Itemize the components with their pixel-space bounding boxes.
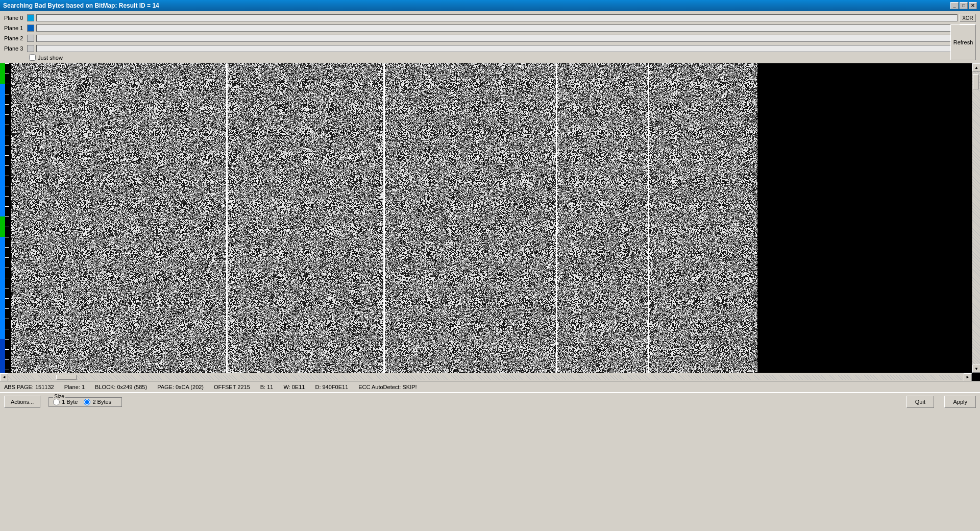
maximize-button[interactable]: □ — [960, 2, 968, 9]
plane-2-bar — [36, 35, 958, 42]
bitmap-canvas — [11, 63, 757, 373]
size-2-bytes-option[interactable]: 2 Bytes — [84, 399, 111, 405]
just-show-label: Just show — [38, 55, 63, 61]
close-button[interactable]: ✕ — [969, 2, 977, 9]
plane-0-bar — [36, 14, 958, 21]
h-scrollbar: ◄ ► — [0, 373, 972, 381]
offset-status: OFFSET 2215 — [214, 384, 250, 390]
quit-button[interactable]: Quit — [906, 396, 934, 408]
left-color-canvas — [0, 63, 11, 381]
plane-3-color — [27, 45, 34, 52]
scroll-left-button[interactable]: ◄ — [0, 373, 8, 381]
d-status: D: 940F0E11 — [315, 384, 348, 390]
plane-3-label: Plane 3 — [4, 45, 27, 52]
size-group: Size 1 Byte 2 Bytes — [48, 397, 122, 407]
size-1-label: 1 Byte — [62, 399, 78, 405]
size-2-radio[interactable] — [84, 399, 90, 405]
refresh-button[interactable]: Refresh — [950, 25, 976, 60]
toolbar: Plane 0 XOR Plane 1 XOR Plane 2 XOR — [0, 11, 980, 63]
ecc-status: ECC AutoDetect: SKIP! — [358, 384, 416, 390]
plane-0-row: Plane 0 XOR — [4, 13, 976, 22]
b-status: B: 11 — [260, 384, 274, 390]
plane-1-bar — [36, 25, 958, 32]
block-status: BLOCK: 0x249 (585) — [95, 384, 147, 390]
abs-page-status: ABS PAGE: 151132 — [4, 384, 54, 390]
v-scrollbar: ▲ ▼ — [972, 63, 980, 373]
title-bar: Searching Bad Bytes based on BitMap: Res… — [0, 0, 980, 11]
size-1-radio[interactable] — [53, 399, 60, 405]
h-scroll-thumb[interactable] — [56, 375, 77, 380]
size-1-byte-option[interactable]: 1 Byte — [53, 399, 78, 405]
size-group-label: Size — [53, 394, 65, 399]
plane-1-row: Plane 1 XOR — [4, 23, 976, 33]
plane-status: Plane: 1 — [64, 384, 85, 390]
plane-1-color — [27, 25, 34, 32]
main-area: ▲ ▼ ◄ ► — [0, 63, 980, 381]
plane-2-row: Plane 2 XOR — [4, 34, 976, 43]
h-scroll-track[interactable] — [8, 375, 964, 380]
v-scroll-thumb[interactable] — [973, 74, 979, 89]
plane-0-label: Plane 0 — [4, 15, 27, 21]
bottom-bar: Actions... Size 1 Byte 2 Bytes Quit Appl… — [0, 392, 980, 411]
plane-3-bar — [36, 45, 958, 52]
plane-1-label: Plane 1 — [4, 25, 27, 31]
plane-0-xor-button[interactable]: XOR — [960, 14, 976, 22]
scroll-up-button[interactable]: ▲ — [972, 63, 980, 71]
actions-button[interactable]: Actions... — [4, 396, 40, 408]
plane-2-label: Plane 2 — [4, 35, 27, 41]
minimize-button[interactable]: _ — [950, 2, 959, 9]
size-2-label: 2 Bytes — [92, 399, 111, 405]
scroll-down-button[interactable]: ▼ — [972, 365, 980, 373]
just-show-checkbox[interactable] — [29, 54, 36, 61]
w-status: W: 0E11 — [283, 384, 305, 390]
status-bar: ABS PAGE: 151132 Plane: 1 BLOCK: 0x249 (… — [0, 381, 980, 392]
apply-button[interactable]: Apply — [944, 396, 976, 408]
plane-2-color — [27, 35, 34, 42]
just-show-row: Just show — [29, 54, 976, 61]
title-text: Searching Bad Bytes based on BitMap: Res… — [3, 2, 159, 9]
plane-3-row: Plane 3 XOR — [4, 44, 976, 53]
page-status: PAGE: 0xCA (202) — [157, 384, 204, 390]
title-bar-buttons: _ □ ✕ — [950, 2, 977, 9]
v-scroll-track[interactable] — [972, 71, 980, 365]
scroll-right-button[interactable]: ► — [964, 373, 972, 381]
plane-0-color — [27, 14, 34, 21]
left-indicator — [0, 63, 11, 381]
